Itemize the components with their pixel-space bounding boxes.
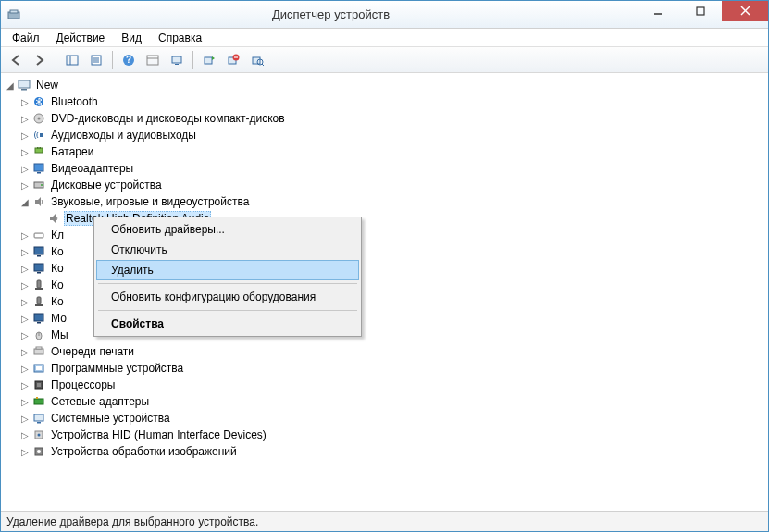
expand-icon[interactable]: ▷ — [19, 279, 31, 291]
tree-category-label: Устройства обработки изображений — [49, 445, 239, 458]
expand-icon[interactable]: ▷ — [19, 429, 31, 440]
menu-file[interactable]: Файл — [5, 30, 47, 46]
cm-disable[interactable]: Отключить — [96, 240, 359, 260]
cm-uninstall[interactable]: Удалить — [96, 260, 359, 280]
tree-category[interactable]: ▷Системные устройства — [18, 410, 766, 427]
tree-category-label: Видеоадаптеры — [49, 162, 135, 175]
window-controls — [637, 1, 768, 21]
tree-category[interactable]: ▷Сетевые адаптеры — [18, 393, 766, 410]
svg-rect-1 — [10, 10, 18, 13]
tree-category[interactable]: ▷Аудиовходы и аудиовыходы — [18, 127, 766, 143]
collapse-icon[interactable]: ◢ — [5, 80, 16, 91]
svg-rect-53 — [36, 347, 42, 349]
cm-update-drivers[interactable]: Обновить драйверы... — [96, 219, 359, 240]
menu-help[interactable]: Справка — [151, 30, 209, 46]
tree-category[interactable]: ▷Программные устройства — [18, 360, 766, 377]
tree-category-label: Ко — [49, 245, 66, 258]
tree-category[interactable]: ◢Звуковые, игровые и видеоустройства — [18, 193, 766, 210]
tree-category-label: Очереди печати — [49, 345, 136, 358]
expand-icon[interactable]: ▷ — [19, 113, 31, 124]
menu-view[interactable]: Вид — [114, 30, 149, 46]
tree-category[interactable]: ▷Батареи — [18, 143, 766, 160]
collapse-icon[interactable]: ◢ — [19, 196, 31, 207]
toolbar-separator — [112, 51, 113, 69]
action-pane-button[interactable] — [142, 49, 164, 71]
expand-icon[interactable]: ▷ — [19, 296, 31, 307]
svg-rect-43 — [37, 272, 41, 274]
tree-category-label: Батареи — [49, 145, 95, 158]
show-hide-tree-button[interactable] — [61, 49, 83, 71]
expand-icon[interactable]: ▷ — [19, 446, 31, 457]
expand-icon[interactable]: ▷ — [19, 329, 31, 340]
update-driver-button[interactable] — [198, 49, 220, 71]
tree-category[interactable]: ▷Процессоры — [18, 377, 766, 393]
tree-category[interactable]: ▷Видеоадаптеры — [18, 160, 766, 177]
minimize-button[interactable] — [637, 1, 679, 21]
tree-category[interactable]: ▷DVD-дисководы и дисководы компакт-диско… — [18, 110, 766, 127]
svg-rect-40 — [34, 247, 43, 254]
maximize-button[interactable] — [679, 1, 722, 21]
expand-icon[interactable]: ▷ — [19, 313, 31, 324]
svg-point-29 — [38, 118, 41, 120]
tree-category[interactable]: ▷Bluetooth — [18, 93, 766, 110]
category-icon — [31, 427, 46, 442]
tree-category-label: DVD-дисководы и дисководы компакт-дисков — [49, 112, 287, 125]
category-icon — [31, 278, 46, 292]
svg-rect-31 — [35, 148, 43, 153]
help-button[interactable]: ? — [118, 49, 140, 71]
menu-action[interactable]: Действие — [49, 30, 113, 46]
svg-rect-35 — [37, 172, 41, 174]
svg-rect-25 — [19, 80, 30, 88]
expand-icon[interactable]: ▷ — [19, 246, 31, 257]
svg-rect-39 — [35, 234, 43, 237]
computer-icon — [17, 78, 31, 93]
back-button[interactable] — [5, 49, 27, 71]
cm-properties[interactable]: Свойства — [96, 314, 359, 334]
titlebar: Диспетчер устройств — [1, 1, 768, 29]
tree-root[interactable]: ◢ New — [3, 77, 766, 93]
view-devices-button[interactable] — [166, 49, 188, 71]
status-text: Удаление драйвера для выбранного устройс… — [6, 515, 258, 528]
expand-icon[interactable]: ▷ — [19, 146, 31, 157]
expand-icon[interactable]: ▷ — [19, 179, 31, 191]
close-button[interactable] — [722, 1, 768, 21]
scan-hardware-button[interactable] — [246, 49, 268, 71]
expand-icon[interactable]: ▷ — [19, 396, 31, 407]
device-tree[interactable]: ◢ New ▷Bluetooth▷DVD-дисководы и дисково… — [1, 73, 768, 511]
expand-icon[interactable]: ▷ — [19, 363, 31, 374]
expand-icon[interactable]: ▷ — [19, 96, 31, 107]
svg-rect-45 — [35, 288, 43, 290]
expand-icon[interactable]: ▷ — [19, 130, 31, 141]
category-icon — [31, 328, 46, 342]
svg-rect-52 — [34, 349, 43, 354]
forward-button[interactable] — [29, 49, 51, 71]
tree-category-label: Ко — [49, 295, 66, 308]
svg-rect-44 — [37, 280, 41, 288]
svg-rect-55 — [36, 366, 42, 370]
tree-category-label: Процессоры — [49, 378, 118, 391]
toolbar: ? — [1, 47, 768, 73]
tree-category[interactable]: ▷Устройства обработки изображений — [18, 443, 766, 460]
category-icon — [31, 411, 46, 426]
tree-category-label: Bluetooth — [49, 95, 100, 108]
svg-rect-32 — [37, 147, 39, 149]
tree-category[interactable]: ▷Очереди печати — [18, 343, 766, 360]
expand-icon[interactable]: ▷ — [19, 379, 31, 390]
toolbar-separator — [192, 51, 193, 69]
expand-icon[interactable]: ▷ — [19, 229, 31, 241]
properties-toolbar-button[interactable] — [85, 49, 107, 71]
category-icon — [31, 311, 46, 326]
category-icon — [31, 344, 46, 359]
tree-category[interactable]: ▷Дисковые устройства — [18, 177, 766, 193]
expand-icon[interactable]: ▷ — [19, 263, 31, 274]
svg-rect-16 — [172, 56, 181, 63]
expand-icon[interactable]: ▷ — [19, 346, 31, 357]
tree-category-label: Ко — [49, 262, 66, 275]
expand-icon[interactable]: ▷ — [19, 163, 31, 174]
cm-scan-hardware[interactable]: Обновить конфигурацию оборудования — [96, 287, 359, 307]
svg-rect-41 — [37, 255, 41, 257]
uninstall-button[interactable] — [222, 49, 244, 71]
expand-icon[interactable]: ▷ — [19, 413, 31, 424]
tree-category[interactable]: ▷Устройства HID (Human Interface Devices… — [18, 427, 766, 443]
svg-rect-26 — [21, 89, 27, 91]
